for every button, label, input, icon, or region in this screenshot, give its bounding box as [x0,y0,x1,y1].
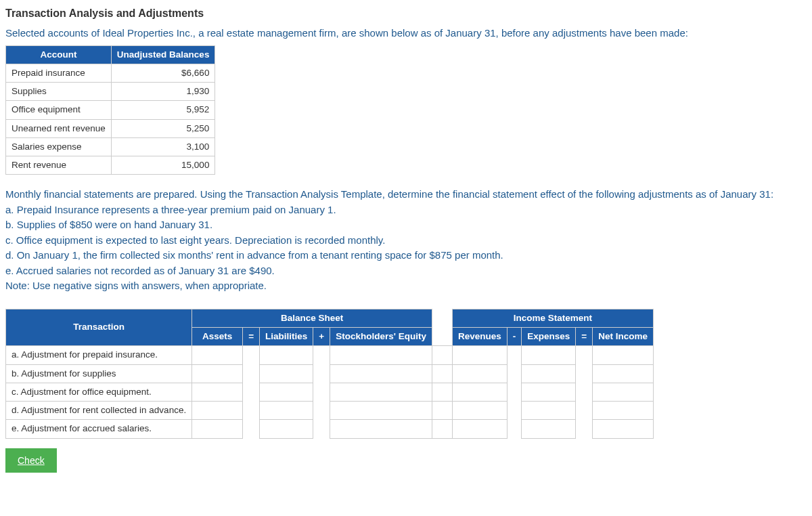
operator-cell [507,402,522,420]
operator-cell [576,364,593,383]
col-assets: Assets [192,328,243,346]
account-name: Unearned rent revenue [6,119,112,137]
account-name: Supplies [6,83,112,101]
separator-cell [432,402,452,420]
amount-input[interactable] [527,404,566,416]
accounts-header-balances: Unadjusted Balances [111,45,215,64]
group-income-statement: Income Statement [452,309,653,327]
operator-cell [576,383,593,401]
page-title: Transaction Analysis and Adjustments [5,5,807,22]
operator-cell [507,420,522,438]
instructions-block: Monthly financial statements are prepare… [5,187,807,294]
col-minus: - [507,328,522,346]
amount-input[interactable] [198,349,237,360]
separator-cell [432,420,452,438]
col-netincome: Net Income [593,328,654,346]
separator-cell [432,346,452,364]
amount-input[interactable] [458,423,497,434]
check-button[interactable]: Check [5,448,57,473]
amount-input[interactable] [598,423,637,434]
group-balance-sheet: Balance Sheet [192,309,432,327]
amount-input[interactable] [527,423,566,434]
amount-input[interactable] [527,349,566,360]
separator-cell [432,383,452,401]
amount-input[interactable] [336,386,375,397]
table-row: d. Adjustment for rent collected in adva… [6,402,654,420]
amount-input[interactable] [598,386,637,397]
account-value: $6,660 [111,64,215,82]
table-row: b. Adjustment for supplies [6,364,654,383]
account-value: 5,250 [111,119,215,137]
col-equity: Stockholders' Equity [330,328,432,346]
operator-cell [243,420,260,438]
amount-input[interactable] [336,349,375,360]
amount-input[interactable] [198,368,237,379]
operator-cell [576,402,593,420]
amount-input[interactable] [336,423,375,434]
operator-cell [576,346,593,364]
amount-input[interactable] [458,368,497,379]
table-row: a. Adjustment for prepaid insurance. [6,346,654,364]
table-row: Rent revenue15,000 [6,156,215,175]
table-row: Supplies1,930 [6,83,215,101]
operator-cell [243,402,260,420]
amount-input[interactable] [265,386,304,397]
operator-cell [243,383,260,401]
adjustment-label: d. Adjustment for rent collected in adva… [6,402,192,420]
amount-input[interactable] [336,368,375,379]
table-row: Prepaid insurance$6,660 [6,64,215,82]
instructions-lead: Monthly financial statements are prepare… [5,187,807,202]
separator [432,309,452,327]
adjustments-table: Transaction Balance Sheet Income Stateme… [5,309,654,439]
account-value: 5,952 [111,101,215,119]
account-value: 15,000 [111,156,215,175]
amount-input[interactable] [265,349,304,360]
amount-input[interactable] [458,386,497,397]
amount-input[interactable] [598,349,637,360]
col-revenues: Revenues [452,328,507,346]
amount-input[interactable] [198,386,237,397]
amount-input[interactable] [198,404,237,416]
amount-input[interactable] [598,368,637,379]
amount-input[interactable] [598,404,637,416]
operator-cell [313,346,330,364]
separator [432,328,452,346]
instruction-item-d: d. On January 1, the firm collected six … [5,248,807,263]
amount-input[interactable] [265,404,304,416]
operator-cell [507,383,522,401]
amount-input[interactable] [265,423,304,434]
instruction-item-b: b. Supplies of $850 were on hand January… [5,217,807,233]
amount-input[interactable] [458,349,497,360]
accounts-header-account: Account [6,45,112,64]
col-eq2: = [576,328,593,346]
adjustment-label: a. Adjustment for prepaid insurance. [6,346,192,364]
table-row: e. Adjustment for accrued salaries. [6,420,654,438]
operator-cell [313,364,330,383]
col-liabilities: Liabilities [260,328,313,346]
instruction-item-e: e. Accrued salaries not recorded as of J… [5,263,807,279]
account-value: 3,100 [111,137,215,156]
amount-input[interactable] [336,404,375,416]
adjustment-label: b. Adjustment for supplies [6,364,192,383]
adjustment-label: c. Adjustment for office equipment. [6,383,192,401]
intro-text: Selected accounts of Ideal Properties In… [5,26,807,41]
operator-cell [576,420,593,438]
amount-input[interactable] [458,404,497,416]
instructions-note: Note: Use negative signs with answers, w… [5,278,807,294]
table-row: c. Adjustment for office equipment. [6,383,654,401]
operator-cell [313,420,330,438]
amount-input[interactable] [527,386,566,397]
account-value: 1,930 [111,83,215,101]
operator-cell [243,364,260,383]
operator-cell [313,383,330,401]
table-row: Office equipment5,952 [6,101,215,119]
amount-input[interactable] [265,368,304,379]
amount-input[interactable] [198,423,237,434]
operator-cell [507,364,522,383]
separator-cell [432,364,452,383]
accounts-table: Account Unadjusted Balances Prepaid insu… [5,45,215,175]
account-name: Rent revenue [6,156,112,175]
amount-input[interactable] [527,368,566,379]
operator-cell [313,402,330,420]
col-eq1: = [243,328,260,346]
